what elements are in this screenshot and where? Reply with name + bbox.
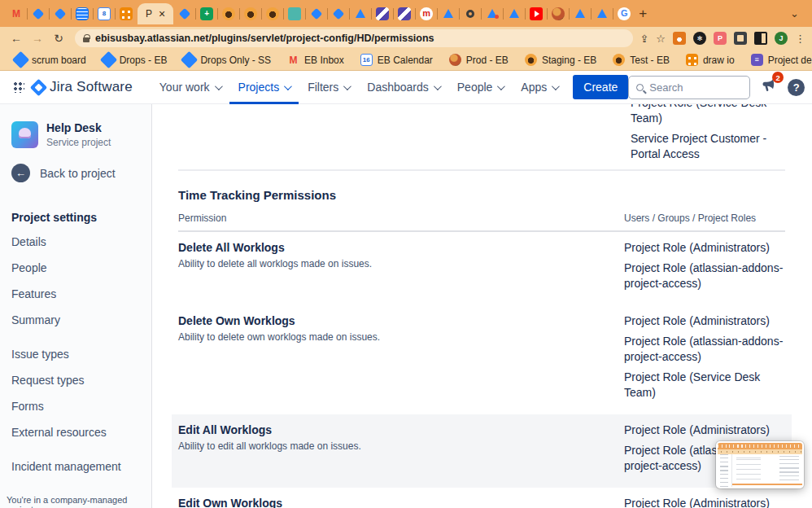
browser-tab[interactable] xyxy=(307,3,326,24)
browser-tab[interactable] xyxy=(219,3,238,24)
jira-logo-icon xyxy=(30,78,47,95)
sidebar-item-summary[interactable]: Summary xyxy=(0,307,151,333)
tab-close-icon[interactable]: × xyxy=(159,8,165,20)
bookmark[interactable]: scrum board xyxy=(8,52,93,68)
sidebar-item-forms[interactable]: Forms xyxy=(0,393,151,419)
table-row[interactable]: Delete Own Worklogs Ability to delete ow… xyxy=(172,305,792,414)
browser-tab[interactable] xyxy=(351,3,370,24)
bookmark-star-icon[interactable]: ☆ xyxy=(656,33,666,45)
jira-icon xyxy=(179,7,190,19)
bookmark[interactable]: Drops - EB xyxy=(96,52,174,68)
browser-tab[interactable]: M xyxy=(7,3,26,24)
bookmark[interactable]: Test - EB xyxy=(606,52,676,68)
browser-tab[interactable] xyxy=(548,3,568,24)
bookmark[interactable]: ≡Project deliverabl... xyxy=(744,52,812,68)
bookmark[interactable]: Drops Only - SS xyxy=(177,52,277,68)
tab-search-chevron-icon[interactable]: ⌄ xyxy=(790,7,805,20)
browser-tab[interactable]: + xyxy=(197,3,216,24)
table-row[interactable]: Edit Own Worklogs Ability to edit own wo… xyxy=(172,488,792,508)
extensions-puzzle-icon[interactable] xyxy=(734,32,747,45)
jira-icon xyxy=(100,51,117,68)
share-icon[interactable]: ⇪ xyxy=(640,33,648,45)
permission-description: Ability to delete all worklogs made on i… xyxy=(178,257,608,270)
sidebar-item-external-resources[interactable]: External resources xyxy=(0,419,151,445)
new-tab-button[interactable]: + xyxy=(639,6,647,22)
nav-item-dashboards[interactable]: Dashboards xyxy=(358,71,448,104)
browser-tabs: M 8 P × + m xyxy=(7,0,805,27)
role-value: Project Role (Administrators) xyxy=(624,423,785,438)
browser-tab[interactable]: m xyxy=(417,3,436,24)
browser-tab[interactable] xyxy=(285,3,304,24)
browser-tab[interactable] xyxy=(241,3,260,24)
bookmark[interactable]: draw io xyxy=(679,52,741,68)
address-bar[interactable]: ebisusbay.atlassian.net/plugins/servlet/… xyxy=(75,29,633,47)
planet-icon xyxy=(449,54,461,66)
search-box[interactable] xyxy=(628,76,750,99)
snowflake-extension-icon[interactable]: ✻ xyxy=(693,32,706,45)
sidebar-item-details[interactable]: Details xyxy=(0,229,151,255)
gear-icon xyxy=(466,10,474,18)
reload-button[interactable]: ↻ xyxy=(49,32,68,45)
search-input[interactable] xyxy=(649,81,731,94)
chrome-menu-icon[interactable]: ⋮ xyxy=(795,33,805,45)
sidebar-item-request-types[interactable]: Request types xyxy=(0,367,151,393)
back-to-project-button[interactable]: ← Back to project xyxy=(0,162,151,184)
screenshot-preview-thumbnail[interactable] xyxy=(716,441,804,488)
sidebar-toggle-icon[interactable] xyxy=(754,32,767,45)
browser-tab[interactable] xyxy=(263,3,282,24)
browser-tab[interactable] xyxy=(482,3,502,24)
sidebar-item-incident-management[interactable]: Incident management xyxy=(0,453,151,480)
chrome-profile-avatar[interactable]: J xyxy=(775,32,788,45)
nav-item-people[interactable]: People xyxy=(448,71,513,104)
browser-tab[interactable]: G xyxy=(614,3,634,24)
browser-tab[interactable] xyxy=(395,3,414,24)
tab-divider xyxy=(261,8,262,20)
notifications-button[interactable]: 2 xyxy=(761,77,777,97)
tab-divider xyxy=(503,8,504,20)
jira-logo[interactable]: Jira Software xyxy=(33,79,133,95)
active-tab-title: P xyxy=(146,8,152,20)
sidebar-item-people[interactable]: People xyxy=(0,255,151,281)
nav-item-projects[interactable]: Projects xyxy=(229,71,299,104)
browser-tab[interactable] xyxy=(373,3,392,24)
nav-item-filters[interactable]: Filters xyxy=(299,71,358,104)
browser-tab[interactable] xyxy=(461,3,480,24)
sidebar-item-issue-types[interactable]: Issue types xyxy=(0,341,151,367)
browser-tab[interactable] xyxy=(570,3,590,24)
gmail-icon: M xyxy=(287,54,299,66)
table-row[interactable]: Delete All Worklogs Ability to delete al… xyxy=(172,232,792,305)
nav-item-your-work[interactable]: Your work xyxy=(151,71,229,104)
browser-tab[interactable] xyxy=(526,3,546,24)
browser-tab[interactable]: 8 xyxy=(94,3,114,24)
p-extension-icon[interactable]: P xyxy=(714,32,727,45)
bookmark[interactable]: Prod - EB xyxy=(443,52,515,68)
thumbnail-tabstrip xyxy=(718,443,802,449)
bookmark[interactable]: 16EB Calendar xyxy=(354,52,439,68)
project-name: Help Desk xyxy=(46,121,111,136)
bookmark[interactable]: MEB Inbox xyxy=(281,52,351,68)
browser-tab[interactable] xyxy=(592,3,612,24)
nav-item-apps[interactable]: Apps xyxy=(512,71,566,104)
help-icon[interactable]: ? xyxy=(788,79,805,96)
active-browser-tab[interactable]: P × xyxy=(138,3,173,24)
sidebar-item-features[interactable]: Features xyxy=(0,281,151,307)
role-value: Project Role (atlassian-addons-project-a… xyxy=(624,261,785,291)
create-button[interactable]: Create xyxy=(573,75,628,99)
bookmark[interactable]: Staging - EB xyxy=(518,52,603,68)
browser-tab[interactable] xyxy=(175,3,194,24)
browser-tab[interactable] xyxy=(50,3,70,24)
browser-tab[interactable] xyxy=(116,3,136,24)
tab-divider xyxy=(393,8,394,20)
browser-tab[interactable] xyxy=(439,3,458,24)
browser-tab[interactable] xyxy=(28,3,48,24)
metamask-extension-icon[interactable] xyxy=(673,32,686,45)
project-header[interactable]: Help Desk Service project xyxy=(0,121,151,148)
table-header: Permission Users / Groups / Project Role… xyxy=(178,212,785,232)
back-button[interactable]: ← xyxy=(7,32,26,45)
browser-tab[interactable] xyxy=(72,3,92,24)
table-row-highlighted[interactable]: Edit All Worklogs Ability to edit all wo… xyxy=(172,414,792,488)
forward-button[interactable]: → xyxy=(28,32,47,45)
app-switcher-icon[interactable] xyxy=(13,81,24,93)
browser-tab[interactable] xyxy=(329,3,348,24)
browser-tab[interactable] xyxy=(504,3,524,24)
